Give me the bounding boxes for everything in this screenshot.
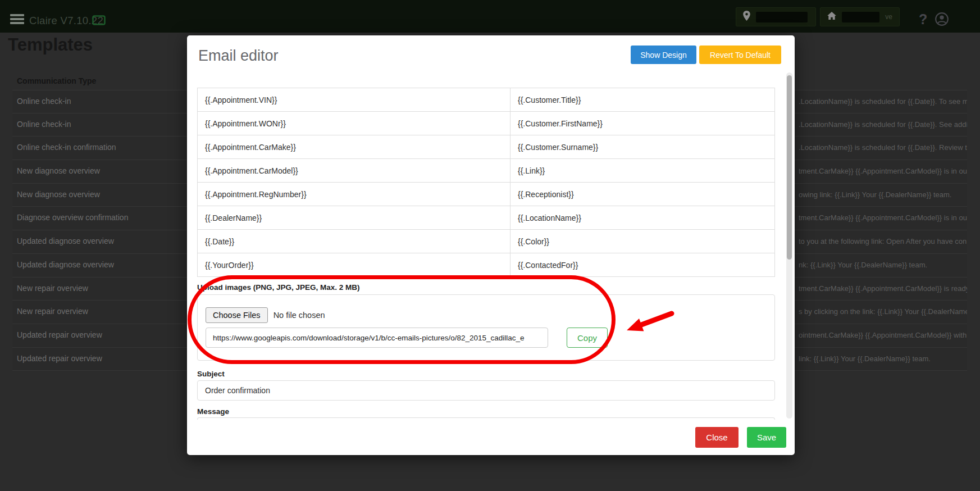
email-editor-modal: Email editor Show Design Revert To Defau… <box>187 35 795 455</box>
variable-cell[interactable]: {{.YourOrder}} <box>198 253 510 277</box>
template-preview: tment.CarMake}} {{.Appointment.CarModel}… <box>799 167 967 175</box>
template-type: Diagnose overview confirmation <box>17 213 128 222</box>
help-icon[interactable]: ? <box>919 11 927 28</box>
variable-cell[interactable]: {{.Link}} <box>510 159 775 183</box>
close-button[interactable]: Close <box>695 427 739 448</box>
template-type: Online check-in confirmation <box>17 143 116 152</box>
template-type: Updated repair overview <box>17 330 102 339</box>
template-preview: tment.CarMake}} {{.Appointment.CarModel}… <box>799 284 967 293</box>
variable-cell[interactable]: {{.Color}} <box>510 230 775 253</box>
variable-cell[interactable]: {{.LocationName}} <box>510 206 775 230</box>
modal-scrollbar-thumb[interactable] <box>787 75 792 260</box>
upload-images-label: Upload images (PNG, JPG, JPEG, Max. 2 MB… <box>197 283 360 292</box>
variable-cell[interactable]: {{.Appointment.VIN}} <box>198 88 510 112</box>
no-file-chosen-text: No file chosen <box>274 311 325 320</box>
variable-cell[interactable]: {{.Customer.Title}} <box>510 88 775 112</box>
column-header-communication-type: Communication Type <box>17 76 96 85</box>
subject-input[interactable] <box>197 380 775 401</box>
template-variables-table: {{.Appointment.VIN}}{{.Customer.Title}} … <box>197 88 775 277</box>
choose-files-button[interactable]: Choose Files <box>206 307 268 323</box>
upload-images-panel: Choose Files No file chosen Copy <box>197 294 775 361</box>
application-window: Claire V7.10.22 ve ? Templates <box>0 0 980 491</box>
variable-cell[interactable]: {{.Appointment.RegNumber}} <box>198 183 510 206</box>
template-preview: ointment.CarMake}} {{.Appointment.CarMod… <box>799 331 967 339</box>
variable-cell[interactable]: {{.Customer.Surname}} <box>510 135 775 159</box>
redacted-dealer-name <box>842 12 879 22</box>
location-selector[interactable] <box>736 7 816 26</box>
user-account-icon[interactable] <box>935 12 949 29</box>
template-type: New repair overview <box>17 284 88 293</box>
variable-cell[interactable]: {{.Customer.FirstName}} <box>510 112 775 135</box>
template-preview: .LocationName}} is scheduled for {{.Date… <box>799 120 967 129</box>
page-title: Templates <box>8 35 93 55</box>
top-bar: Claire V7.10.22 ve ? <box>0 0 980 33</box>
modal-scrollbar-track[interactable] <box>786 72 792 419</box>
template-type: New diagnose overview <box>17 190 100 199</box>
template-type: Updated diagnose overview <box>17 237 114 246</box>
hamburger-menu-icon[interactable] <box>10 14 25 25</box>
variable-cell[interactable]: {{.Receptionist}} <box>510 183 775 206</box>
dealer-name-suffix: ve <box>885 13 892 21</box>
copy-url-button[interactable]: Copy <box>567 328 608 348</box>
show-design-button[interactable]: Show Design <box>631 46 696 64</box>
template-type: Online check-in <box>17 120 71 129</box>
template-type: New repair overview <box>17 307 88 316</box>
template-preview: link: {{.Link}} Your {{.DealerName}} tea… <box>799 354 967 363</box>
template-preview: nk: {{.Link}} Your {{.DealerName}} team. <box>799 261 967 269</box>
template-preview: to you at the following link: Open After… <box>799 237 967 246</box>
subject-label: Subject <box>197 370 225 378</box>
cast-icon[interactable] <box>92 15 106 28</box>
image-url-input[interactable] <box>206 328 548 348</box>
modal-title: Email editor <box>198 47 279 65</box>
variable-cell[interactable]: {{.Appointment.CarModel}} <box>198 159 510 183</box>
revert-to-default-button[interactable]: Revert To Default <box>699 46 781 64</box>
template-preview: .LocationName}} is scheduled for {{.Date… <box>799 97 967 106</box>
template-type: Updated repair overview <box>17 354 102 363</box>
variable-cell[interactable]: {{.DealerName}} <box>198 206 510 230</box>
template-type: Online check-in <box>17 97 71 106</box>
variable-cell[interactable]: {{.Date}} <box>198 230 510 253</box>
template-preview: tment.CarMake}} {{.Appointment.CarModel}… <box>799 213 967 222</box>
template-type: Updated diagnose overview <box>17 260 114 269</box>
dealer-selector[interactable]: ve <box>820 7 900 26</box>
template-type: New diagnose overview <box>17 166 100 175</box>
redacted-location-name <box>756 12 808 22</box>
location-pin-icon <box>743 11 750 23</box>
message-textarea[interactable] <box>197 417 775 420</box>
template-preview: owing link: {{.Link}} Your {{.DealerName… <box>799 190 967 199</box>
message-label: Message <box>197 407 229 416</box>
variable-cell[interactable]: {{.Appointment.CarMake}} <box>198 135 510 159</box>
variable-cell[interactable]: {{.Appointment.WONr}} <box>198 112 510 135</box>
save-button[interactable]: Save <box>747 427 786 448</box>
variable-cell[interactable]: {{.ContactedFor}} <box>510 253 775 277</box>
home-icon <box>827 12 836 22</box>
template-preview: s by clicking on the link: {{.Link}} You… <box>799 307 967 316</box>
template-preview: .LocationName}} is scheduled for {{.Date… <box>799 143 967 152</box>
